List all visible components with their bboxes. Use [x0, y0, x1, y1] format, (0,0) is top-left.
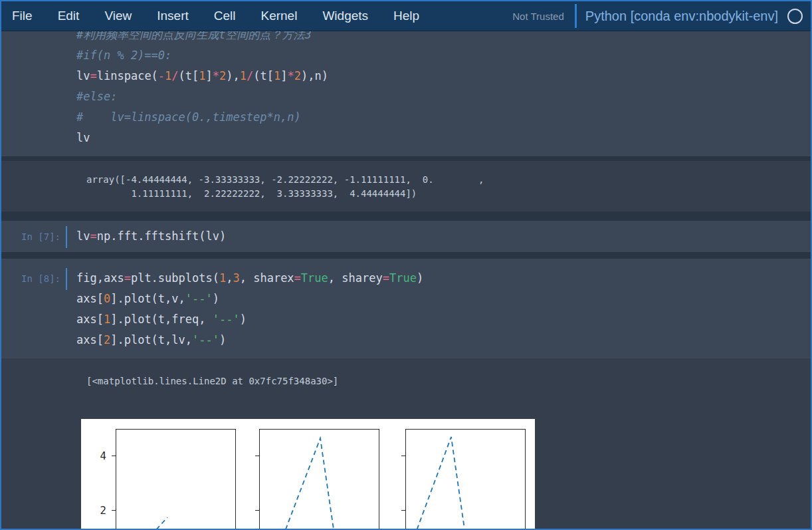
- notebook-area: #利用频率空间的点反向生成t空间的点？方法3#if(n % 2)==0:lv=l…: [1, 31, 811, 529]
- code-line: #else:: [76, 86, 811, 107]
- code-editor[interactable]: #利用频率空间的点反向生成t空间的点？方法3#if(n % 2)==0:lv=l…: [66, 31, 811, 148]
- menu-widgets[interactable]: Widgets: [322, 9, 368, 23]
- menubar-right: Not Trusted Python [conda env:nbodykit-e…: [512, 4, 803, 28]
- cell-output-3: [<matplotlib.lines.Line2D at 0x7fc75f348…: [1, 358, 811, 529]
- menu-kernel[interactable]: Kernel: [260, 9, 297, 23]
- kernel-name: Python [conda env:nbodykit-env]: [585, 9, 778, 24]
- code-editor[interactable]: lv=np.fft.fftshift(lv): [66, 226, 811, 247]
- code-line: axs[2].plot(t,lv,'--'): [76, 330, 811, 350]
- cell-edit-indicator: [66, 268, 67, 290]
- menu-insert[interactable]: Insert: [157, 9, 189, 23]
- code-editor[interactable]: fig,axs=plt.subplots(1,3, sharex=True, s…: [66, 268, 811, 350]
- output-text: array([-4.44444444, -3.33333333, -2.2222…: [86, 173, 804, 201]
- code-line: #if(n % 2)==0:: [76, 45, 811, 66]
- jupyter-notebook-window: File Edit View Insert Cell Kernel Widget…: [0, 0, 812, 530]
- code-cell-1[interactable]: #利用频率空间的点反向生成t空间的点？方法3#if(n % 2)==0:lv=l…: [1, 31, 811, 156]
- ytick-label-2: 2: [100, 505, 106, 517]
- menu-items: File Edit View Insert Cell Kernel Widget…: [12, 9, 419, 23]
- cell-prompt: [1, 31, 66, 148]
- menu-file[interactable]: File: [12, 9, 33, 23]
- code-line: lv=linspace(-1/(t[1]*2),1/(t[1]*2),n): [76, 66, 811, 86]
- code-line: axs[1].plot(t,freq, '--'): [76, 309, 811, 330]
- matplotlib-figure: 4 2: [81, 419, 535, 529]
- trust-status-button[interactable]: Not Trusted: [512, 11, 564, 22]
- menu-help[interactable]: Help: [393, 9, 419, 23]
- cell-prompt: In [7]:: [1, 226, 66, 247]
- ytick-label-4: 4: [100, 450, 106, 462]
- cell-prompt: In [8]:: [1, 268, 66, 350]
- code-cell-3[interactable]: In [8]: fig,axs=plt.subplots(1,3, sharex…: [1, 259, 811, 358]
- menubar-divider: [575, 4, 577, 28]
- code-cell-2[interactable]: In [7]: lv=np.fft.fftshift(lv): [1, 221, 811, 252]
- cell-output-1: array([-4.44444444, -3.33333333, -2.2222…: [1, 161, 811, 211]
- code-line: #利用频率空间的点反向生成t空间的点？方法3: [76, 31, 811, 45]
- menubar: File Edit View Insert Cell Kernel Widget…: [1, 1, 811, 31]
- cell-edit-indicator: [66, 226, 67, 248]
- code-line: lv: [76, 128, 811, 148]
- menu-edit[interactable]: Edit: [58, 9, 80, 23]
- code-line: fig,axs=plt.subplots(1,3, sharex=True, s…: [76, 268, 811, 289]
- figure-background: [81, 419, 535, 529]
- code-line: # lv=linspace(0.,timestep*n,n): [76, 107, 811, 128]
- code-line: lv=np.fft.fftshift(lv): [76, 226, 811, 247]
- code-line: axs[0].plot(t,v,'--'): [76, 289, 811, 309]
- kernel-idle-icon: [787, 9, 803, 24]
- output-repr-text: [<matplotlib.lines.Line2D at 0x7fc75f348…: [86, 374, 804, 388]
- menu-view[interactable]: View: [104, 9, 132, 23]
- menu-cell[interactable]: Cell: [214, 9, 236, 23]
